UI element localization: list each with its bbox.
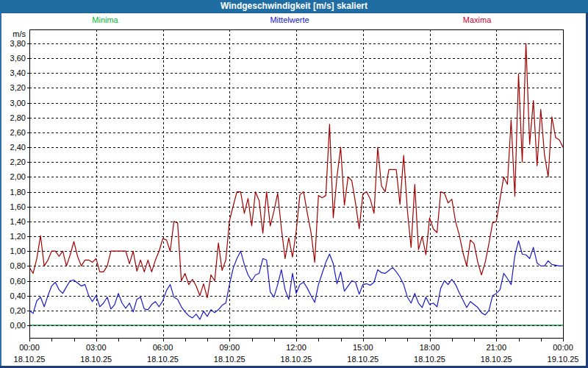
y-axis-label: 1,40	[10, 217, 26, 226]
y-axis-label: 3,20	[10, 83, 26, 92]
x-axis-date-label: 18.10.25	[281, 355, 312, 364]
wind-chart-window: Windgeschwindigkeit [m/s] skaliert Minim…	[0, 0, 588, 368]
x-axis-date-label: 18.10.25	[80, 355, 112, 364]
x-axis-time-label: 00:00	[553, 343, 573, 352]
x-axis-time-label: 06:00	[153, 343, 173, 352]
y-axis-label: 0,40	[10, 291, 26, 300]
y-axis-label: 1,20	[10, 232, 26, 241]
x-axis-date-label: 18.10.25	[214, 355, 245, 364]
x-axis-date-label: 18.10.25	[414, 355, 445, 364]
y-axis-label: 3,40	[10, 68, 26, 77]
y-axis-label: 3,80	[10, 39, 26, 48]
wind-speed-chart: 0,000,200,400,600,801,001,201,401,601,80…	[0, 0, 588, 368]
x-axis-date-label: 19.10.25	[548, 355, 579, 364]
y-axis-label: 0,20	[10, 306, 26, 315]
x-axis-time-label: 00:00	[19, 343, 40, 352]
x-axis-date-label: 18.10.25	[14, 355, 46, 364]
x-axis-time-label: 03:00	[86, 343, 107, 352]
mittelwerte-line	[29, 241, 563, 319]
y-axis-label: 3,60	[10, 54, 26, 63]
y-axis-label: 2,20	[10, 158, 26, 166]
y-axis-label: 0,60	[10, 277, 26, 286]
x-axis-time-label: 09:00	[219, 343, 240, 352]
x-axis-time-label: 18:00	[420, 343, 440, 352]
y-axis-label: 1,00	[10, 247, 26, 255]
x-axis-date-label: 18.10.25	[147, 355, 179, 364]
x-axis-date-label: 18.10.25	[481, 355, 512, 364]
y-axis-label: 2,60	[10, 128, 26, 137]
y-axis-label: 0,00	[10, 321, 26, 330]
y-axis-label: 2,00	[10, 172, 26, 181]
y-axis-label: 2,40	[10, 143, 26, 152]
window-border-left	[0, 13, 1, 368]
y-unit-label: m/s	[12, 29, 26, 38]
y-axis-label: 0,80	[10, 261, 26, 270]
y-axis-label: 1,60	[10, 202, 26, 211]
x-axis-time-label: 12:00	[286, 343, 306, 352]
y-axis-label: 1,80	[10, 188, 26, 197]
y-axis-label: 2,80	[10, 113, 26, 122]
x-axis-date-label: 18.10.25	[347, 355, 379, 364]
y-axis-label: 3,00	[10, 99, 26, 107]
x-axis-time-label: 15:00	[353, 343, 373, 352]
x-axis-time-label: 21:00	[486, 343, 506, 352]
